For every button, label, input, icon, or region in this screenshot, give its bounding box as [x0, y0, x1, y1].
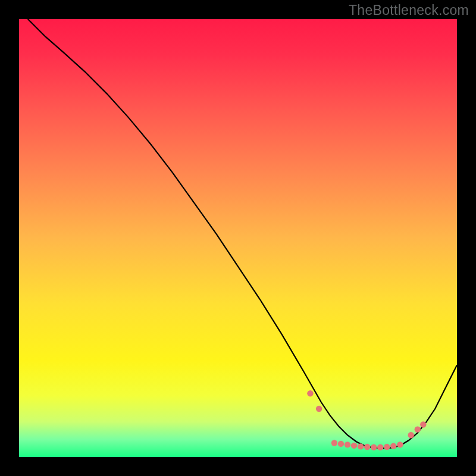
marker-dot	[358, 443, 364, 449]
marker-dot	[338, 441, 344, 447]
marker-dot	[408, 432, 414, 438]
marker-dot	[316, 406, 322, 412]
bottleneck-curve	[28, 19, 457, 448]
marker-dot	[415, 426, 421, 432]
marker-group	[307, 390, 426, 450]
plot-area	[19, 19, 457, 457]
marker-dot	[390, 443, 396, 449]
marker-dot	[307, 390, 313, 396]
marker-dot	[397, 441, 403, 447]
marker-dot	[331, 440, 337, 446]
marker-dot	[345, 441, 350, 447]
marker-dot	[364, 444, 370, 450]
chart-stage: TheBottleneck.com	[0, 0, 476, 476]
marker-dot	[371, 444, 377, 450]
watermark-text: TheBottleneck.com	[349, 2, 469, 18]
marker-dot	[351, 443, 357, 449]
marker-dot	[377, 444, 383, 450]
marker-dot	[384, 444, 390, 450]
curve-layer	[19, 19, 457, 457]
marker-dot	[420, 421, 426, 427]
